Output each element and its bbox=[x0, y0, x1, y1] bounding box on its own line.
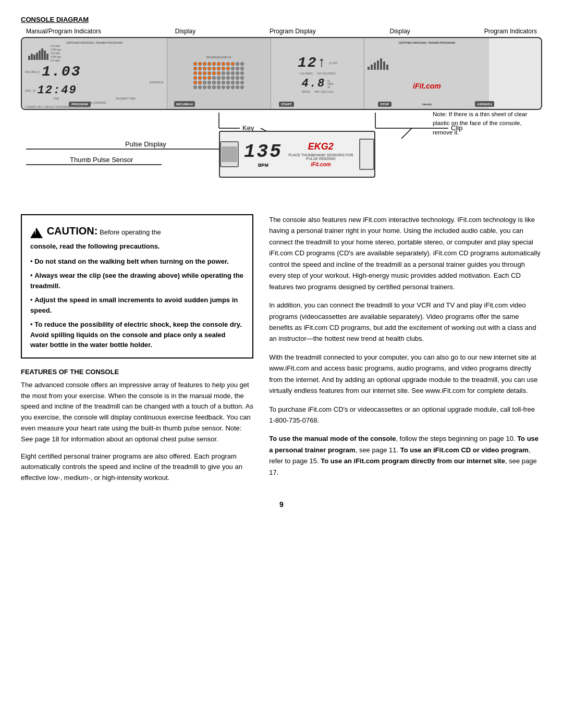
thumb-sensor-left bbox=[220, 141, 239, 167]
dot bbox=[212, 76, 216, 80]
below-console: Key Clip Pulse Display Thumb Pulse Senso… bbox=[21, 110, 542, 204]
dot bbox=[231, 85, 235, 89]
dot bbox=[231, 71, 235, 75]
bar-r6 bbox=[383, 61, 385, 70]
dot bbox=[212, 67, 216, 70]
time-lbl: TIME bbox=[53, 97, 59, 100]
features-para-2: Eight certified personal trainer program… bbox=[21, 451, 253, 484]
dot bbox=[207, 62, 211, 66]
certified-label2: CERTIFIED PERSONAL TRAINER PROGRAMS bbox=[368, 41, 486, 44]
console-mockup: CERTIFIED PERSONAL TRAINER PROGRAMS 4.0 … bbox=[21, 37, 542, 110]
console-left-panel: CERTIFIED PERSONAL TRAINER PROGRAMS 4.0 … bbox=[22, 38, 167, 109]
dot bbox=[207, 76, 211, 80]
start-btn[interactable]: START bbox=[279, 102, 295, 107]
bar-r1 bbox=[368, 67, 370, 70]
label-display2: Display bbox=[389, 28, 410, 35]
stop-btn[interactable]: STOP bbox=[378, 102, 391, 107]
console-center-panel: PROGRAM DISPLAY bbox=[167, 38, 271, 109]
seg-row: SEG. ◎ 12:49 bbox=[25, 84, 164, 97]
dot bbox=[203, 67, 206, 70]
bar-r3 bbox=[374, 63, 376, 70]
dot bbox=[212, 81, 216, 84]
speed-btn[interactable]: ∧SPEED∨ bbox=[475, 101, 494, 107]
dot bbox=[217, 85, 221, 89]
prog-bars-right bbox=[368, 57, 486, 70]
program-display-label-sm: PROGRAM DISPLAY bbox=[206, 56, 231, 59]
bar-r4 bbox=[377, 60, 379, 70]
incline-label: INCLINE ◎ bbox=[25, 70, 40, 73]
dot bbox=[222, 71, 225, 75]
bar7 bbox=[44, 51, 46, 60]
dot bbox=[193, 85, 197, 89]
svg-text:Pulse Display: Pulse Display bbox=[125, 140, 166, 148]
caution-bullet-2: • Always wear the clip (see the drawing … bbox=[30, 270, 244, 291]
ifit-logo: iFit.com bbox=[368, 82, 486, 90]
incline-row: INCLINE ◎ 1.03 bbox=[25, 63, 164, 81]
dot bbox=[212, 85, 216, 89]
dot bbox=[226, 85, 230, 89]
cal-fat-labels: CALORIES FAT CALORIES bbox=[300, 72, 336, 75]
dot bbox=[231, 67, 235, 70]
dot bbox=[236, 85, 239, 89]
speed-labels: 4.0 mph3.5% gra.4.8 mph3.5% gra.5.0 mph bbox=[51, 44, 62, 63]
bar5 bbox=[39, 51, 41, 60]
dot bbox=[193, 67, 197, 70]
left-column: CAUTION: Before operating the console, r… bbox=[21, 214, 253, 490]
dot bbox=[193, 76, 197, 80]
final-bold-4: To use an iFit.com program directly from… bbox=[321, 457, 505, 465]
right-para-5: To use the manual mode of the console, f… bbox=[269, 433, 542, 478]
fat-cal-lbl: FAT CALORIES bbox=[317, 72, 335, 75]
bar2 bbox=[31, 54, 33, 60]
dot bbox=[217, 62, 221, 66]
dot bbox=[222, 76, 225, 80]
dot bbox=[198, 67, 202, 70]
clip-mockup bbox=[359, 139, 374, 170]
bar1 bbox=[28, 56, 30, 60]
dot bbox=[217, 76, 221, 80]
caution-title: CAUTION: bbox=[47, 225, 98, 237]
right-para-1: The console also features new iFit.com i… bbox=[269, 214, 542, 292]
bar4 bbox=[36, 53, 38, 60]
dot bbox=[207, 85, 211, 89]
dot bbox=[193, 62, 197, 66]
dot bbox=[203, 76, 206, 80]
dot bbox=[231, 81, 235, 84]
label-program-indicators: Program Indicators bbox=[484, 28, 537, 35]
sensor-pad bbox=[222, 146, 237, 162]
incline-btn[interactable]: INCLINE∧∨ bbox=[174, 101, 195, 107]
bar-r5 bbox=[380, 58, 382, 70]
ekg-device: 135 BPM EKG2 PLACE THUMB/HAND SENSORS FO… bbox=[219, 131, 375, 178]
ifit-logo-small: iFit.com bbox=[311, 162, 331, 167]
svg-line-11 bbox=[401, 128, 412, 139]
dot bbox=[198, 62, 202, 66]
console-right-section: 12↑ ◎ FAT CALORIES FAT CALORIES 4.8 ◎MIN… bbox=[271, 38, 364, 109]
dot bbox=[226, 67, 230, 70]
bpm-label: BPM bbox=[258, 163, 268, 168]
dot bbox=[236, 71, 239, 75]
caution-bullet-1: • Do not stand on the walking belt when … bbox=[30, 256, 244, 267]
dot bbox=[193, 81, 197, 84]
warning-triangle-icon bbox=[30, 228, 43, 238]
dot bbox=[240, 76, 244, 80]
dot bbox=[240, 62, 244, 66]
label-display1: Display bbox=[175, 28, 195, 35]
right-para-3: With the treadmill connected to your com… bbox=[269, 352, 542, 397]
dot bbox=[212, 71, 216, 75]
right-para-2: In addition, you can connect the treadmi… bbox=[269, 300, 542, 344]
calories-row: 12↑ ◎ FAT bbox=[298, 54, 338, 72]
dot-grid bbox=[193, 62, 244, 90]
dot bbox=[203, 81, 206, 84]
bar3 bbox=[33, 55, 35, 60]
console-buttons-row: PROGRAM INCLINE∧∨ START STOP ∧SPEED∨ bbox=[22, 101, 541, 107]
dot bbox=[240, 71, 244, 75]
speed-labels-row: SPEED MIN / MILE (km) bbox=[302, 90, 334, 93]
caution-box: CAUTION: Before operating the console, r… bbox=[21, 214, 253, 359]
program-btn[interactable]: PROGRAM bbox=[69, 102, 90, 107]
features-title: FEATURES OF THE CONSOLE bbox=[21, 368, 253, 376]
main-content: CAUTION: Before operating the console, r… bbox=[21, 214, 542, 490]
dot bbox=[198, 81, 202, 84]
speed-row: 4.8 ◎MIN/W bbox=[302, 77, 334, 90]
dot bbox=[222, 67, 225, 70]
caution-subtitle: Before operating the bbox=[100, 228, 161, 236]
seg-time-lbl: SEGMENT TIME bbox=[116, 97, 136, 100]
